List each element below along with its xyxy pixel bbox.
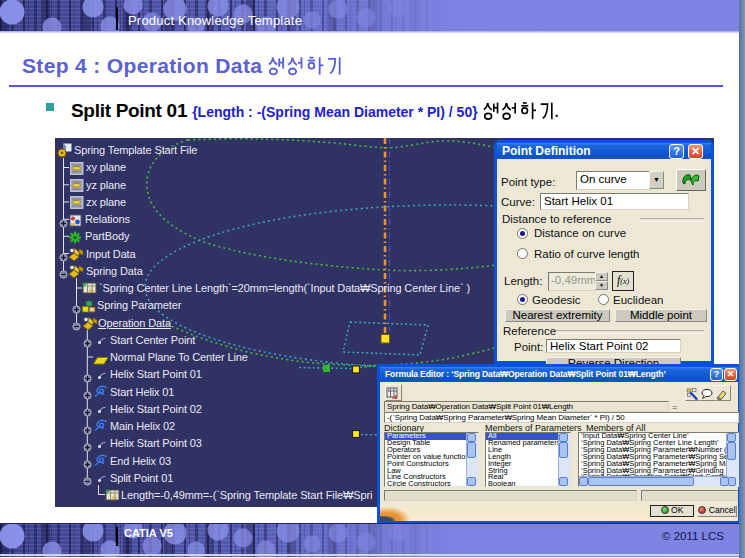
svg-text:fx: fx	[112, 494, 118, 502]
svg-text:fx: fx	[89, 287, 95, 295]
